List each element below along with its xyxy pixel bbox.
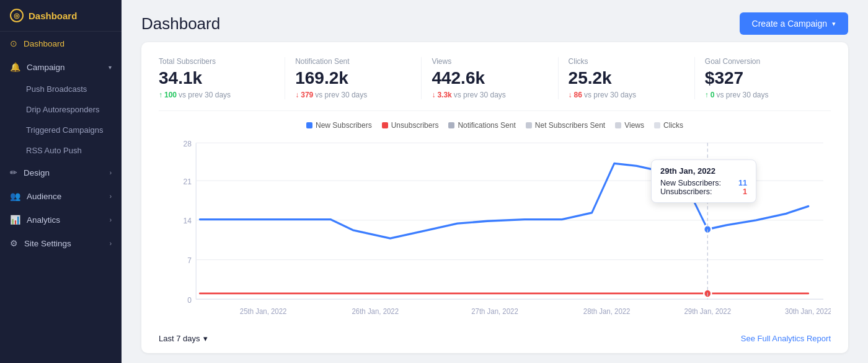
stat-change-text: vs prev 30 days	[315, 91, 367, 99]
sidebar-logo: ◎ Dashboard	[0, 0, 122, 32]
sidebar-sub-triggered[interactable]: Triggered Campaigns	[0, 120, 122, 140]
period-label: Last 7 days	[159, 334, 200, 343]
stats-row: Total Subscribers 34.1k ↑ 100 vs prev 30…	[159, 57, 831, 111]
dashboard-icon: ⊙	[10, 38, 17, 48]
legend-unsubscribers: Unsubscribers	[382, 121, 439, 130]
stat-total-subscribers: Total Subscribers 34.1k ↑ 100 vs prev 30…	[159, 57, 285, 99]
stat-change-val: 379	[301, 91, 313, 99]
stat-change-val: 100	[164, 91, 177, 99]
svg-text:25th Jan, 2022: 25th Jan, 2022	[240, 307, 287, 316]
sidebar-sub-rss[interactable]: RSS Auto Push	[0, 140, 122, 161]
stat-notification-sent: Notification Sent 169.2k ↓ 379 vs prev 3…	[285, 57, 422, 99]
down-arrow-icon: ↓	[295, 91, 299, 99]
stat-change: ↓ 86 vs prev 30 days	[569, 91, 684, 99]
stat-clicks: Clicks 25.2k ↓ 86 vs prev 30 days	[559, 57, 695, 99]
sidebar-item-label: Design	[24, 168, 50, 177]
chevron-right-icon: ›	[110, 240, 112, 247]
analytics-icon: 📊	[10, 215, 20, 225]
sidebar-sub-drip[interactable]: Drip Autoresponders	[0, 99, 122, 120]
svg-text:30th Jan, 2022: 30th Jan, 2022	[785, 307, 831, 316]
up-arrow-icon: ↑	[705, 91, 709, 99]
main-content: Dashboard Create a Campaign ▾ Total Subs…	[122, 0, 868, 363]
see-full-analytics-link[interactable]: See Full Analytics Report	[741, 334, 831, 343]
create-campaign-label: Create a Campaign	[752, 19, 827, 29]
down-arrow-icon: ↓	[569, 91, 572, 99]
stat-change: ↑ 100 vs prev 30 days	[159, 91, 275, 99]
chevron-down-icon: ▾	[203, 334, 208, 343]
stat-change-text: vs prev 30 days	[584, 91, 636, 99]
page-title: Dashboard	[141, 14, 220, 34]
stat-value: 34.1k	[159, 68, 275, 88]
sidebar-item-analytics[interactable]: 📊 Analytics ›	[0, 208, 122, 231]
logo-icon: ◎	[10, 9, 24, 22]
stat-goal-conversion: Goal Conversion $327 ↑ 0 vs prev 30 days	[695, 57, 831, 99]
stat-change: ↑ 0 vs prev 30 days	[705, 91, 821, 99]
chart-svg: 0 7 14 21 28 25th Jan, 2022 26th Jan, 20…	[159, 135, 831, 324]
chart-legend: New Subscribers Unsubscribers Notificati…	[159, 121, 831, 130]
sidebar-item-label: Site Settings	[24, 239, 71, 248]
svg-text:14: 14	[184, 217, 192, 226]
campaign-icon: 🔔	[10, 62, 20, 72]
svg-text:0: 0	[187, 295, 192, 305]
chevron-down-icon: ▾	[108, 64, 112, 71]
audience-icon: 👥	[10, 191, 20, 201]
legend-notifications-sent: Notifications Sent	[448, 121, 515, 130]
sidebar-item-label: Analytics	[27, 215, 60, 225]
chevron-down-icon: ▾	[832, 20, 836, 28]
sidebar-item-site-settings[interactable]: ⚙ Site Settings ›	[0, 231, 122, 255]
legend-new-subscribers: New Subscribers	[306, 121, 372, 130]
svg-text:26th Jan, 2022: 26th Jan, 2022	[352, 307, 399, 316]
svg-text:28th Jan, 2022: 28th Jan, 2022	[583, 307, 631, 316]
sidebar-item-label: Campaign	[27, 63, 65, 72]
legend-dot	[448, 122, 454, 128]
stat-label: Clicks	[569, 57, 684, 66]
legend-label: Clicks	[663, 121, 683, 130]
down-arrow-icon: ↓	[432, 91, 435, 99]
content-card: Total Subscribers 34.1k ↑ 100 vs prev 30…	[141, 42, 848, 353]
stat-label: Total Subscribers	[159, 57, 275, 66]
stat-value: 169.2k	[295, 68, 411, 88]
chevron-right-icon: ›	[110, 169, 112, 176]
legend-dot	[382, 122, 388, 128]
legend-dot	[306, 122, 312, 128]
up-arrow-icon: ↑	[159, 91, 162, 99]
chart-area: 0 7 14 21 28 25th Jan, 2022 26th Jan, 20…	[159, 135, 831, 324]
legend-dot	[615, 122, 621, 128]
stat-change: ↓ 379 vs prev 30 days	[295, 91, 411, 99]
legend-label: Views	[624, 121, 644, 130]
sidebar-item-audience[interactable]: 👥 Audience ›	[0, 184, 122, 208]
sidebar-sub-push-broadcasts[interactable]: Push Broadcasts	[0, 79, 122, 99]
legend-clicks: Clicks	[654, 121, 683, 130]
stat-change: ↓ 3.3k vs prev 30 days	[432, 91, 547, 99]
legend-label: New Subscribers	[316, 121, 372, 130]
svg-text:21: 21	[184, 177, 192, 186]
stat-change-val: 86	[574, 91, 582, 99]
svg-text:29th Jan, 2022: 29th Jan, 2022	[684, 307, 731, 316]
sidebar-logo-text: Dashboard	[29, 11, 77, 21]
sidebar-item-label: Dashboard	[24, 39, 64, 48]
legend-dot	[654, 122, 660, 128]
stat-views: Views 442.6k ↓ 3.3k vs prev 30 days	[422, 57, 558, 99]
legend-net-subscribers: Net Subscribers Sent	[526, 121, 605, 130]
stat-label: Notification Sent	[295, 57, 411, 66]
chart-footer: Last 7 days ▾ See Full Analytics Report	[159, 330, 831, 343]
chevron-right-icon: ›	[110, 193, 112, 200]
sidebar-item-label: Audience	[27, 192, 61, 201]
legend-label: Net Subscribers Sent	[535, 121, 605, 130]
sidebar-item-campaign[interactable]: 🔔 Campaign ▾	[0, 55, 122, 79]
period-selector[interactable]: Last 7 days ▾	[159, 334, 208, 343]
design-icon: ✏	[10, 168, 17, 177]
svg-text:28: 28	[184, 139, 192, 148]
legend-label: Notifications Sent	[458, 121, 515, 130]
stat-change-text: vs prev 30 days	[179, 91, 231, 99]
sidebar-item-design[interactable]: ✏ Design ›	[0, 161, 122, 184]
stat-value: 442.6k	[432, 68, 547, 88]
legend-label: Unsubscribers	[391, 121, 439, 130]
stat-value: $327	[705, 68, 821, 88]
sidebar-item-dashboard[interactable]: ⊙ Dashboard	[0, 32, 122, 55]
stat-change-val: 0	[711, 91, 715, 99]
settings-icon: ⚙	[10, 238, 18, 248]
sidebar: ◎ Dashboard ⊙ Dashboard 🔔 Campaign ▾ Pus…	[0, 0, 122, 363]
create-campaign-button[interactable]: Create a Campaign ▾	[740, 12, 848, 35]
stat-label: Goal Conversion	[705, 57, 821, 66]
